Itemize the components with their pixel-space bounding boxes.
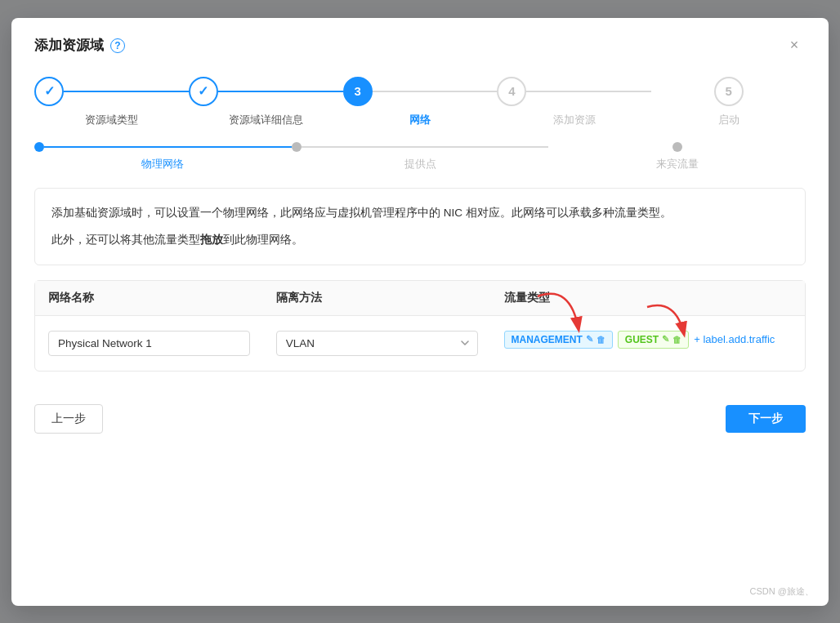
info-bold: 拖放: [200, 234, 223, 246]
info-line2: 型。: [649, 207, 672, 219]
sub-step-3-dot: [672, 142, 682, 152]
step-4-circle: 4: [497, 77, 526, 106]
isolation-select[interactable]: VLAN VXLAN GRE STT: [276, 331, 478, 356]
step-1: 资源域类型: [34, 77, 189, 127]
step-4-number: 4: [508, 84, 515, 98]
sub-steps-container: 物理网络 提供点 来宾流量: [11, 127, 829, 171]
steps-container: 资源域类型 资源域详细信息 3: [11, 57, 829, 127]
prev-button[interactable]: 上一步: [34, 404, 103, 434]
step-line-1: [64, 91, 189, 92]
modal-footer: 上一步 下一步: [11, 386, 829, 448]
modal-overlay: 添加资源域 ? × 资源域类型: [0, 0, 840, 623]
tag-management-label: MANAGEMENT: [512, 334, 583, 345]
step-line-4: [526, 91, 651, 92]
tag-guest: GUEST ✎ 🗑: [618, 331, 689, 349]
sub-step-1-label: 物理网络: [141, 157, 184, 171]
step-3-circle: 3: [343, 77, 373, 106]
help-icon[interactable]: ?: [110, 38, 125, 53]
sub-steps: 物理网络 提供点 来宾流量: [34, 142, 806, 171]
step-5: 5 启动: [651, 77, 806, 127]
info-box: 添加基础资源域时，可以设置一个物理网络，此网络应与虚拟机管理程序中的 NIC 相…: [34, 188, 806, 265]
modal-title: 添加资源域 ?: [34, 36, 125, 55]
modal-title-text: 添加资源域: [34, 36, 104, 55]
step-2-label: 资源域详细信息: [229, 113, 303, 127]
cell-network-name: [35, 324, 263, 363]
tag-management-edit[interactable]: ✎: [586, 334, 593, 345]
network-name-input[interactable]: [48, 331, 250, 356]
cell-isolation: VLAN VXLAN GRE STT: [263, 324, 491, 363]
step-1-check: [44, 83, 55, 99]
steps: 资源域类型 资源域详细信息 3: [34, 77, 806, 127]
sub-step-line-2: [302, 146, 549, 148]
tag-guest-delete[interactable]: 🗑: [672, 335, 681, 345]
table-row: VLAN VXLAN GRE STT MANAGEMENT ✎ 🗑: [35, 316, 805, 371]
sub-step-3: 来宾流量: [548, 142, 806, 171]
step-2-check: [198, 83, 208, 99]
sub-step-2-label: 提供点: [404, 157, 436, 171]
tag-guest-label: GUEST: [625, 334, 659, 345]
sub-step-3-label: 来宾流量: [656, 157, 699, 171]
step-2-circle: [189, 77, 218, 106]
step-4-label: 添加资源: [553, 113, 596, 127]
step-1-label: 资源域类型: [85, 113, 138, 127]
info-line3: 此外，还可以将其他流量类型: [51, 234, 200, 246]
step-3-number: 3: [354, 84, 360, 98]
tag-management-delete[interactable]: 🗑: [596, 335, 605, 345]
sub-step-1-dot: [34, 142, 44, 152]
step-3: 3 网络: [343, 77, 498, 127]
sub-step-2: 提供点: [292, 142, 549, 171]
col-header-name: 网络名称: [35, 281, 263, 315]
close-button[interactable]: ×: [783, 34, 806, 57]
add-traffic-button[interactable]: + label.add.traffic: [694, 333, 775, 345]
step-2: 资源域详细信息: [189, 77, 343, 127]
watermark: CSDN @旅途、: [750, 585, 814, 598]
tag-management: MANAGEMENT ✎ 🗑: [504, 331, 613, 349]
step-5-label: 启动: [718, 113, 739, 127]
sub-step-line-1: [44, 146, 292, 148]
step-3-label: 网络: [409, 113, 431, 127]
cell-traffic: MANAGEMENT ✎ 🗑: [491, 324, 806, 355]
step-1-circle: [34, 77, 64, 106]
sub-step-2-dot: [292, 142, 302, 152]
col-header-traffic: 流量类型: [491, 281, 806, 315]
table-header: 网络名称 隔离方法 流量类型: [35, 281, 805, 316]
modal-dialog: 添加资源域 ? × 资源域类型: [11, 18, 829, 606]
step-line-3: [373, 91, 498, 92]
info-line1: 添加基础资源域时，可以设置一个物理网络，此网络应与虚拟机管理程序中的 NIC 相…: [51, 207, 649, 219]
info-text-p1: 添加基础资源域时，可以设置一个物理网络，此网络应与虚拟机管理程序中的 NIC 相…: [51, 203, 789, 223]
step-4: 4 添加资源: [497, 77, 651, 127]
step-5-number: 5: [725, 84, 731, 98]
tag-guest-edit[interactable]: ✎: [662, 334, 669, 345]
next-button[interactable]: 下一步: [726, 405, 806, 433]
step-5-circle: 5: [714, 77, 744, 106]
col-header-isolation: 隔离方法: [263, 281, 491, 315]
info-line3-end: 到此物理网络。: [223, 234, 303, 246]
step-line-2: [218, 91, 343, 92]
modal-header: 添加资源域 ? ×: [11, 18, 829, 57]
traffic-tags: MANAGEMENT ✎ 🗑: [504, 331, 793, 349]
sub-step-1: 物理网络: [34, 142, 292, 171]
info-text-p2: 此外，还可以将其他流量类型拖放到此物理网络。: [51, 230, 789, 250]
table-area: 网络名称 隔离方法 流量类型 VLAN VXLAN GRE STT: [34, 280, 806, 372]
